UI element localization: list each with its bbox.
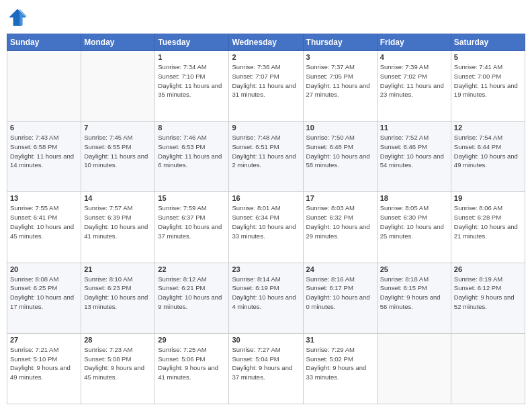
day-number: 31 (306, 336, 374, 344)
day-number: 9 (232, 124, 300, 132)
weekday-header: Sunday (7, 34, 81, 51)
calendar-day-cell: 25Sunrise: 8:18 AMSunset: 6:15 PMDayligh… (377, 263, 451, 333)
day-info: Sunrise: 7:39 AMSunset: 7:02 PMDaylight:… (380, 62, 448, 99)
calendar-day-cell: 13Sunrise: 7:55 AMSunset: 6:41 PMDayligh… (7, 192, 81, 263)
day-number: 28 (84, 336, 152, 344)
calendar-day-cell: 26Sunrise: 8:19 AMSunset: 6:12 PMDayligh… (451, 263, 525, 333)
calendar-day-cell (377, 333, 451, 404)
header (7, 7, 525, 28)
day-number: 22 (158, 265, 226, 273)
calendar-day-cell: 18Sunrise: 8:05 AMSunset: 6:30 PMDayligh… (377, 192, 451, 263)
calendar-table: SundayMondayTuesdayWednesdayThursdayFrid… (7, 34, 525, 404)
calendar-week-row: 20Sunrise: 8:08 AMSunset: 6:25 PMDayligh… (7, 263, 525, 333)
day-number: 12 (454, 124, 522, 132)
weekday-header: Tuesday (155, 34, 229, 51)
page: SundayMondayTuesdayWednesdayThursdayFrid… (0, 0, 532, 411)
calendar-day-cell: 6Sunrise: 7:43 AMSunset: 6:58 PMDaylight… (7, 122, 81, 192)
weekday-header: Thursday (303, 34, 377, 51)
day-info: Sunrise: 7:45 AMSunset: 6:55 PMDaylight:… (84, 133, 152, 170)
calendar-day-cell: 21Sunrise: 8:10 AMSunset: 6:23 PMDayligh… (81, 263, 155, 333)
day-info: Sunrise: 8:14 AMSunset: 6:19 PMDaylight:… (232, 275, 300, 312)
day-info: Sunrise: 7:37 AMSunset: 7:05 PMDaylight:… (306, 62, 374, 99)
day-info: Sunrise: 7:50 AMSunset: 6:48 PMDaylight:… (306, 133, 374, 170)
calendar-day-cell: 8Sunrise: 7:46 AMSunset: 6:53 PMDaylight… (155, 122, 229, 192)
day-info: Sunrise: 7:29 AMSunset: 5:02 PMDaylight:… (306, 345, 374, 382)
calendar-day-cell: 1Sunrise: 7:34 AMSunset: 7:10 PMDaylight… (155, 51, 229, 122)
day-number: 14 (84, 194, 152, 202)
day-number: 11 (380, 124, 448, 132)
day-number: 20 (10, 265, 78, 273)
calendar-day-cell: 27Sunrise: 7:21 AMSunset: 5:10 PMDayligh… (7, 333, 81, 404)
day-number: 30 (232, 336, 300, 344)
calendar-day-cell: 29Sunrise: 7:25 AMSunset: 5:06 PMDayligh… (155, 333, 229, 404)
day-info: Sunrise: 7:57 AMSunset: 6:39 PMDaylight:… (84, 203, 152, 240)
calendar-day-cell: 2Sunrise: 7:36 AMSunset: 7:07 PMDaylight… (229, 51, 303, 122)
day-number: 13 (10, 194, 78, 202)
day-info: Sunrise: 8:05 AMSunset: 6:30 PMDaylight:… (380, 203, 448, 240)
day-info: Sunrise: 8:12 AMSunset: 6:21 PMDaylight:… (158, 275, 226, 312)
day-info: Sunrise: 7:52 AMSunset: 6:46 PMDaylight:… (380, 133, 448, 170)
calendar-day-cell: 19Sunrise: 8:06 AMSunset: 6:28 PMDayligh… (451, 192, 525, 263)
day-info: Sunrise: 7:48 AMSunset: 6:51 PMDaylight:… (232, 133, 300, 170)
calendar-week-row: 1Sunrise: 7:34 AMSunset: 7:10 PMDaylight… (7, 51, 525, 122)
day-number: 21 (84, 265, 152, 273)
day-info: Sunrise: 7:36 AMSunset: 7:07 PMDaylight:… (232, 62, 300, 99)
calendar-day-cell: 4Sunrise: 7:39 AMSunset: 7:02 PMDaylight… (377, 51, 451, 122)
day-info: Sunrise: 7:27 AMSunset: 5:04 PMDaylight:… (232, 345, 300, 382)
weekday-header: Saturday (451, 34, 525, 51)
calendar-day-cell (451, 333, 525, 404)
day-info: Sunrise: 8:16 AMSunset: 6:17 PMDaylight:… (306, 275, 374, 312)
calendar-day-cell: 31Sunrise: 7:29 AMSunset: 5:02 PMDayligh… (303, 333, 377, 404)
day-info: Sunrise: 7:54 AMSunset: 6:44 PMDaylight:… (454, 133, 522, 170)
calendar-week-row: 13Sunrise: 7:55 AMSunset: 6:41 PMDayligh… (7, 192, 525, 263)
day-number: 10 (306, 124, 374, 132)
day-info: Sunrise: 7:21 AMSunset: 5:10 PMDaylight:… (10, 345, 78, 382)
day-info: Sunrise: 7:41 AMSunset: 7:00 PMDaylight:… (454, 62, 522, 99)
day-number: 3 (306, 53, 374, 61)
calendar-day-cell: 17Sunrise: 8:03 AMSunset: 6:32 PMDayligh… (303, 192, 377, 263)
day-info: Sunrise: 7:46 AMSunset: 6:53 PMDaylight:… (158, 133, 226, 170)
day-info: Sunrise: 8:18 AMSunset: 6:15 PMDaylight:… (380, 275, 448, 312)
day-info: Sunrise: 7:55 AMSunset: 6:41 PMDaylight:… (10, 203, 78, 240)
day-info: Sunrise: 8:03 AMSunset: 6:32 PMDaylight:… (306, 203, 374, 240)
day-number: 5 (454, 53, 522, 61)
weekday-header: Monday (81, 34, 155, 51)
day-info: Sunrise: 7:25 AMSunset: 5:06 PMDaylight:… (158, 345, 226, 382)
calendar-day-cell (7, 51, 81, 122)
day-number: 17 (306, 194, 374, 202)
calendar-header-row: SundayMondayTuesdayWednesdayThursdayFrid… (7, 34, 525, 51)
calendar-day-cell (81, 51, 155, 122)
calendar-day-cell: 10Sunrise: 7:50 AMSunset: 6:48 PMDayligh… (303, 122, 377, 192)
day-info: Sunrise: 7:23 AMSunset: 5:08 PMDaylight:… (84, 345, 152, 382)
day-info: Sunrise: 8:19 AMSunset: 6:12 PMDaylight:… (454, 275, 522, 312)
calendar-day-cell: 12Sunrise: 7:54 AMSunset: 6:44 PMDayligh… (451, 122, 525, 192)
calendar-day-cell: 22Sunrise: 8:12 AMSunset: 6:21 PMDayligh… (155, 263, 229, 333)
calendar-day-cell: 16Sunrise: 8:01 AMSunset: 6:34 PMDayligh… (229, 192, 303, 263)
svg-marker-0 (9, 9, 26, 26)
day-number: 6 (10, 124, 78, 132)
day-info: Sunrise: 7:43 AMSunset: 6:58 PMDaylight:… (10, 133, 78, 170)
calendar-day-cell: 9Sunrise: 7:48 AMSunset: 6:51 PMDaylight… (229, 122, 303, 192)
day-info: Sunrise: 8:10 AMSunset: 6:23 PMDaylight:… (84, 275, 152, 312)
day-number: 23 (232, 265, 300, 273)
day-info: Sunrise: 7:34 AMSunset: 7:10 PMDaylight:… (158, 62, 226, 99)
day-number: 24 (306, 265, 374, 273)
calendar-day-cell: 15Sunrise: 7:59 AMSunset: 6:37 PMDayligh… (155, 192, 229, 263)
weekday-header: Friday (377, 34, 451, 51)
day-number: 18 (380, 194, 448, 202)
day-number: 16 (232, 194, 300, 202)
calendar-day-cell: 11Sunrise: 7:52 AMSunset: 6:46 PMDayligh… (377, 122, 451, 192)
day-number: 1 (158, 53, 226, 61)
day-info: Sunrise: 7:59 AMSunset: 6:37 PMDaylight:… (158, 203, 226, 240)
logo (7, 7, 30, 28)
calendar-day-cell: 30Sunrise: 7:27 AMSunset: 5:04 PMDayligh… (229, 333, 303, 404)
day-number: 4 (380, 53, 448, 61)
day-info: Sunrise: 8:08 AMSunset: 6:25 PMDaylight:… (10, 275, 78, 312)
calendar-day-cell: 5Sunrise: 7:41 AMSunset: 7:00 PMDaylight… (451, 51, 525, 122)
day-number: 19 (454, 194, 522, 202)
day-info: Sunrise: 8:01 AMSunset: 6:34 PMDaylight:… (232, 203, 300, 240)
calendar-week-row: 27Sunrise: 7:21 AMSunset: 5:10 PMDayligh… (7, 333, 525, 404)
day-info: Sunrise: 8:06 AMSunset: 6:28 PMDaylight:… (454, 203, 522, 240)
day-number: 27 (10, 336, 78, 344)
day-number: 15 (158, 194, 226, 202)
